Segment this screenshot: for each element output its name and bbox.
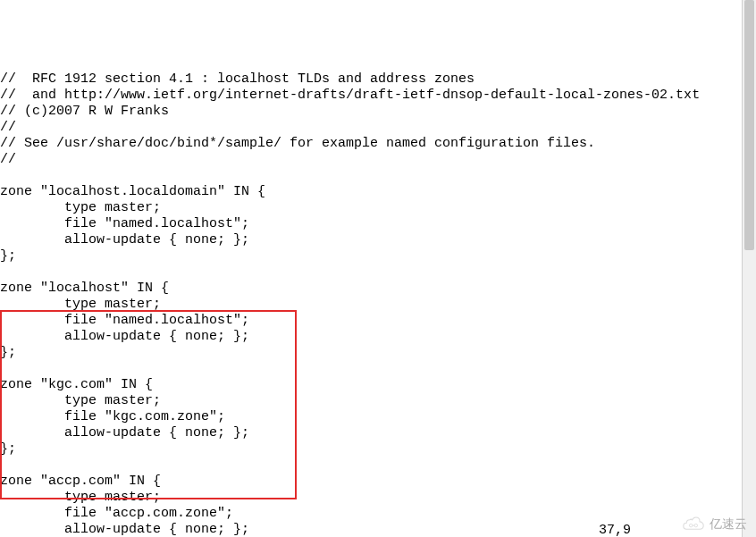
code-line: }; <box>0 345 756 361</box>
code-line: file "named.localhost"; <box>0 313 756 329</box>
svg-point-1 <box>694 524 698 527</box>
code-line <box>0 168 756 184</box>
code-line: // and http://www.ietf.org/internet-draf… <box>0 88 756 104</box>
code-line: allow-update { none; }; <box>0 425 756 441</box>
code-line: file "named.localhost"; <box>0 216 756 232</box>
svg-point-0 <box>689 524 693 527</box>
code-line: allow-update { none; }; <box>0 522 756 537</box>
code-line: type master; <box>0 200 756 216</box>
code-line <box>0 361 756 377</box>
code-line: // See /usr/share/doc/bind*/sample/ for … <box>0 136 756 152</box>
code-line: file "kgc.com.zone"; <box>0 409 756 425</box>
code-line <box>0 457 756 474</box>
code-line: zone "kgc.com" IN { <box>0 377 756 393</box>
code-line: }; <box>0 441 756 457</box>
editor-status-position: 37,9 <box>599 523 631 537</box>
scrollbar-track[interactable] <box>743 0 756 537</box>
code-line: allow-update { none; }; <box>0 232 756 248</box>
watermark: 亿速云 <box>681 515 747 533</box>
code-line: file "accp.com.zone"; <box>0 506 756 522</box>
vertical-scrollbar[interactable] <box>742 0 756 537</box>
code-line: type master; <box>0 297 756 313</box>
code-line: type master; <box>0 393 756 409</box>
scrollbar-thumb[interactable] <box>744 0 754 250</box>
code-line: // <box>0 120 756 136</box>
code-line: // <box>0 152 756 168</box>
code-line: allow-update { none; }; <box>0 329 756 345</box>
code-line: }; <box>0 248 756 264</box>
code-line <box>0 264 756 281</box>
code-line: zone "localhost" IN { <box>0 281 756 297</box>
cloud-icon <box>681 515 706 533</box>
code-line: type master; <box>0 490 756 506</box>
watermark-text: 亿速云 <box>710 516 747 532</box>
code-line: zone "accp.com" IN { <box>0 474 756 490</box>
code-line: zone "localhost.localdomain" IN { <box>0 184 756 200</box>
code-content: // RFC 1912 section 4.1 : localhost TLDs… <box>0 64 756 537</box>
code-line: // RFC 1912 section 4.1 : localhost TLDs… <box>0 71 756 88</box>
code-line: // (c)2007 R W Franks <box>0 104 756 120</box>
